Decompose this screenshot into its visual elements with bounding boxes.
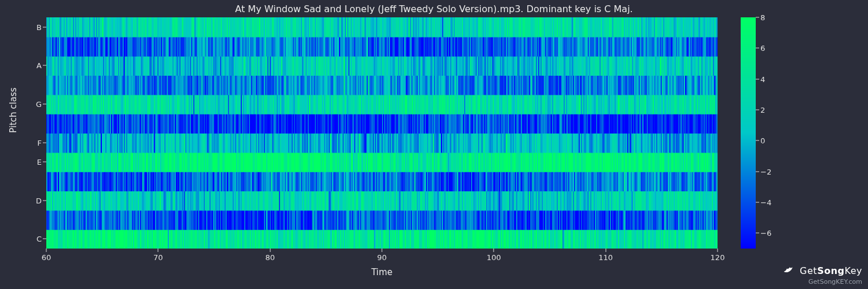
x-tick-label: 70: [153, 253, 163, 262]
colorbar-tick-mark: [756, 140, 759, 141]
watermark-url: GetSongKEY.com: [783, 279, 862, 286]
colorbar-tick-label: −2: [760, 167, 771, 176]
x-tick-mark: [605, 249, 606, 252]
y-tick-label: C: [36, 235, 42, 243]
y-tick-label: F: [38, 138, 42, 147]
x-tick-mark: [718, 249, 718, 252]
heatmap-plot: [46, 17, 718, 249]
x-tick-label: 60: [42, 253, 52, 262]
watermark-brand: GetSongKey: [800, 266, 862, 277]
colorbar-tick-mark: [756, 110, 759, 110]
y-tick-label: E: [37, 158, 42, 166]
colorbar-tick-label: 4: [760, 75, 765, 83]
x-tick-label: 80: [265, 253, 275, 262]
y-tick-label: B: [36, 23, 42, 31]
x-tick-label: 90: [377, 253, 387, 262]
colorbar-axis: −6−4−202468: [756, 17, 785, 249]
chromagram-figure: At My Window Sad and Lonely (Jeff Tweedy…: [0, 0, 868, 289]
x-tick-label: 100: [487, 253, 501, 262]
colorbar-tick-label: 0: [760, 136, 765, 145]
x-axis-label: Time: [46, 267, 718, 277]
colorbar-tick-label: −4: [760, 198, 771, 207]
x-tick-mark: [46, 249, 47, 252]
bird-icon: [783, 265, 795, 279]
x-tick-mark: [158, 249, 159, 252]
colorbar-tick-label: −6: [760, 229, 771, 238]
watermark: GetSongKey GetSongKEY.com: [783, 265, 862, 286]
y-tick-label: G: [36, 100, 42, 109]
chart-title: At My Window Sad and Lonely (Jeff Tweedy…: [0, 3, 868, 14]
colorbar-tick-mark: [756, 233, 759, 234]
x-tick-label: 120: [711, 253, 725, 262]
colorbar: [741, 17, 756, 249]
y-tick-label: A: [36, 61, 42, 70]
colorbar-tick-mark: [756, 48, 759, 49]
colorbar-tick-label: 8: [760, 13, 765, 22]
colorbar-tick-label: 6: [760, 44, 765, 53]
colorbar-tick-mark: [756, 17, 759, 18]
colorbar-tick-mark: [756, 79, 759, 79]
colorbar-tick-mark: [756, 171, 759, 172]
x-tick-mark: [382, 249, 382, 252]
x-tick-mark: [270, 249, 270, 252]
x-tick-label: 110: [598, 253, 613, 262]
y-axis: CDEFGAB: [0, 17, 46, 249]
colorbar-tick-label: 2: [760, 106, 765, 114]
x-tick-mark: [494, 249, 494, 252]
y-tick-label: D: [36, 196, 42, 205]
colorbar-tick-mark: [756, 202, 759, 203]
